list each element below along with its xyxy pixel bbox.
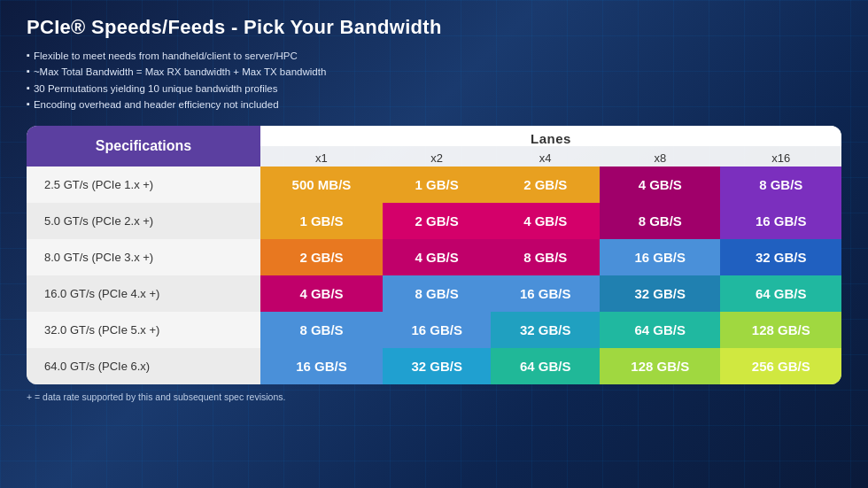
value-cell-r1-c4: 4 GB/S [600, 167, 720, 203]
value-cell-r4-c2: 8 GB/S [383, 275, 492, 312]
value-cell-r1-c1: 500 MB/S [260, 167, 383, 203]
value-cell-r1-c3: 2 GB/S [491, 167, 600, 203]
value-cell-r4-c3: 16 GB/S [491, 275, 600, 312]
value-cell-r4-c5: 64 GB/S [720, 275, 841, 312]
value-cell-r4-c4: 32 GB/S [600, 275, 720, 312]
table-row: 8.0 GT/s (PCIe 3.x +)2 GB/S4 GB/S8 GB/S1… [27, 239, 841, 275]
bullet-dot: ▪ [27, 97, 30, 112]
bandwidth-table: Specifications Lanes x1x2x4x8x16 2.5 GT/… [27, 126, 841, 384]
bullet-item: ▪~Max Total Bandwidth = Max RX bandwidth… [27, 64, 841, 80]
value-cell-r6-c3: 64 GB/S [491, 348, 600, 384]
value-cell-r5-c2: 16 GB/S [383, 312, 492, 348]
value-cell-r6-c5: 256 GB/S [720, 348, 841, 384]
bullet-dot: ▪ [27, 81, 30, 97]
footnote: + = data rate supported by this and subs… [27, 391, 841, 402]
value-cell-r3-c4: 16 GB/S [600, 239, 720, 275]
value-cell-r2-c4: 8 GB/S [600, 203, 720, 239]
value-cell-r5-c1: 8 GB/S [260, 312, 383, 348]
bandwidth-table-wrapper: Specifications Lanes x1x2x4x8x16 2.5 GT/… [27, 126, 841, 384]
bullet-item: ▪Flexible to meet needs from handheld/cl… [27, 48, 841, 64]
value-cell-r2-c5: 16 GB/S [720, 203, 841, 239]
table-row: 5.0 GT/s (PCIe 2.x +)1 GB/S2 GB/S4 GB/S8… [27, 203, 841, 239]
spec-cell: 64.0 GT/s (PCIe 6.x) [27, 348, 260, 384]
lane-header-x8: x8 [600, 146, 720, 167]
value-cell-r3-c3: 8 GB/S [491, 239, 600, 275]
bullet-dot: ▪ [27, 64, 30, 80]
table-row: 16.0 GT/s (PCIe 4.x +)4 GB/S8 GB/S16 GB/… [27, 275, 841, 312]
spec-cell: 16.0 GT/s (PCIe 4.x +) [27, 275, 260, 312]
value-cell-r4-c1: 4 GB/S [260, 275, 383, 312]
table-row: 64.0 GT/s (PCIe 6.x)16 GB/S32 GB/S64 GB/… [27, 348, 841, 384]
value-cell-r1-c2: 1 GB/S [383, 167, 492, 203]
value-cell-r5-c4: 64 GB/S [600, 312, 720, 348]
value-cell-r3-c1: 2 GB/S [260, 239, 383, 275]
spec-cell: 2.5 GT/s (PCIe 1.x +) [27, 167, 260, 203]
bullet-item: ▪30 Permutations yielding 10 unique band… [27, 81, 841, 97]
page-title: PCIe® Speeds/Feeds - Pick Your Bandwidth [27, 16, 841, 39]
spec-column-header: Specifications [27, 126, 260, 167]
value-cell-r3-c5: 32 GB/S [720, 239, 841, 275]
bullet-list: ▪Flexible to meet needs from handheld/cl… [27, 48, 841, 113]
value-cell-r6-c1: 16 GB/S [260, 348, 383, 384]
table-row: 32.0 GT/s (PCIe 5.x +)8 GB/S16 GB/S32 GB… [27, 312, 841, 348]
main-content: PCIe® Speeds/Feeds - Pick Your Bandwidth… [0, 0, 868, 411]
lanes-group-header: Lanes [260, 126, 841, 146]
lane-header-x4: x4 [491, 146, 600, 167]
value-cell-r2-c3: 4 GB/S [491, 203, 600, 239]
lane-header-x1: x1 [260, 146, 383, 167]
value-cell-r2-c2: 2 GB/S [383, 203, 492, 239]
value-cell-r2-c1: 1 GB/S [260, 203, 383, 239]
value-cell-r3-c2: 4 GB/S [383, 239, 492, 275]
value-cell-r6-c4: 128 GB/S [600, 348, 720, 384]
spec-cell: 32.0 GT/s (PCIe 5.x +) [27, 312, 260, 348]
bullet-dot: ▪ [27, 48, 30, 64]
lane-header-x16: x16 [720, 146, 841, 167]
spec-cell: 5.0 GT/s (PCIe 2.x +) [27, 203, 260, 239]
value-cell-r1-c5: 8 GB/S [720, 167, 841, 203]
lane-header-x2: x2 [383, 146, 492, 167]
bullet-item: ▪Encoding overhead and header efficiency… [27, 97, 841, 112]
value-cell-r5-c3: 32 GB/S [491, 312, 600, 348]
spec-cell: 8.0 GT/s (PCIe 3.x +) [27, 239, 260, 275]
value-cell-r5-c5: 128 GB/S [720, 312, 841, 348]
table-row: 2.5 GT/s (PCIe 1.x +)500 MB/S1 GB/S2 GB/… [27, 167, 841, 203]
value-cell-r6-c2: 32 GB/S [383, 348, 492, 384]
